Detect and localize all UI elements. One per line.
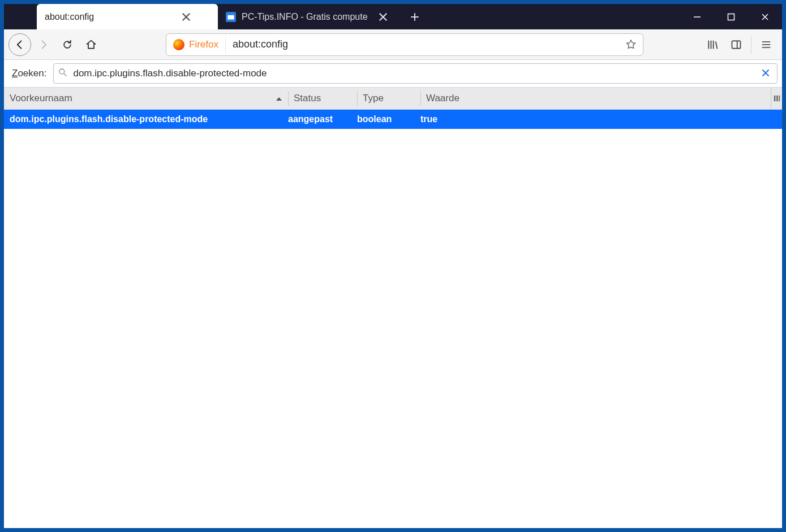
tab-inactive[interactable]: PC-Tips.INFO - Gratis compute — [218, 4, 399, 29]
window-controls — [680, 4, 782, 29]
tab-label: about:config — [45, 12, 175, 22]
menu-button[interactable] — [755, 33, 778, 56]
site-favicon-icon — [226, 12, 236, 22]
table-body: dom.ipc.plugins.flash.disable-protected-… — [4, 110, 782, 528]
close-icon[interactable] — [181, 11, 192, 23]
sidebar-button[interactable] — [725, 33, 748, 56]
svg-point-4 — [59, 69, 65, 74]
home-button[interactable] — [80, 33, 102, 56]
identity-label: Firefox — [189, 39, 218, 50]
tab-label: PC-Tips.INFO - Gratis compute — [242, 12, 372, 22]
search-icon — [58, 68, 67, 79]
column-label: Status — [294, 93, 321, 104]
forward-button — [32, 33, 55, 56]
svg-rect-7 — [779, 96, 780, 101]
svg-rect-6 — [776, 96, 778, 101]
library-button[interactable] — [701, 33, 724, 56]
site-identity[interactable]: Firefox — [170, 37, 226, 53]
window-close-button[interactable] — [748, 4, 782, 29]
window-maximize-button[interactable] — [714, 4, 748, 29]
table-row[interactable]: dom.ipc.plugins.flash.disable-protected-… — [4, 110, 782, 129]
clear-search-icon[interactable] — [759, 67, 772, 80]
column-label: Type — [363, 93, 384, 104]
browser-window: about:config PC-Tips.INFO - Gratis compu… — [4, 4, 782, 528]
column-type[interactable]: Type — [357, 88, 420, 109]
bookmark-star-icon[interactable] — [622, 36, 639, 53]
cell-name: dom.ipc.plugins.flash.disable-protected-… — [4, 114, 288, 124]
cell-status: aangepast — [288, 114, 357, 124]
column-picker-icon[interactable] — [771, 88, 782, 109]
column-label: Waarde — [426, 93, 459, 104]
toolbar-right — [701, 33, 778, 56]
column-name[interactable]: Voorkeurnaam — [4, 88, 288, 109]
cell-type: boolean — [357, 114, 420, 124]
navbar: Firefox — [4, 29, 782, 60]
url-input[interactable] — [226, 34, 622, 55]
svg-rect-2 — [728, 14, 735, 20]
table-header: Voorkeurnaam Status Type Waarde — [4, 87, 782, 110]
config-search-bar: Zoeken: — [4, 60, 782, 87]
titlebar: about:config PC-Tips.INFO - Gratis compu… — [4, 4, 782, 29]
firefox-icon — [173, 39, 184, 50]
tab-active[interactable]: about:config — [37, 4, 218, 29]
prefs-table: Voorkeurnaam Status Type Waarde dom.ipc.… — [4, 87, 782, 528]
separator — [751, 36, 751, 54]
back-button[interactable] — [8, 33, 31, 56]
close-icon[interactable] — [377, 11, 389, 23]
sort-asc-icon — [276, 93, 282, 104]
search-label: Zoeken: — [12, 68, 46, 79]
column-status[interactable]: Status — [288, 88, 357, 109]
svg-rect-3 — [732, 41, 741, 48]
svg-rect-5 — [774, 96, 775, 101]
reload-button[interactable] — [56, 33, 79, 56]
new-tab-button[interactable] — [403, 4, 426, 29]
window-minimize-button[interactable] — [680, 4, 714, 29]
column-value[interactable]: Waarde — [420, 88, 771, 109]
search-field[interactable] — [53, 63, 778, 84]
cell-value: true — [420, 114, 782, 124]
url-bar[interactable]: Firefox — [166, 33, 643, 56]
column-label: Voorkeurnaam — [10, 93, 72, 104]
search-input[interactable] — [73, 64, 753, 83]
tab-strip: about:config PC-Tips.INFO - Gratis compu… — [4, 4, 426, 29]
svg-rect-1 — [227, 15, 234, 19]
